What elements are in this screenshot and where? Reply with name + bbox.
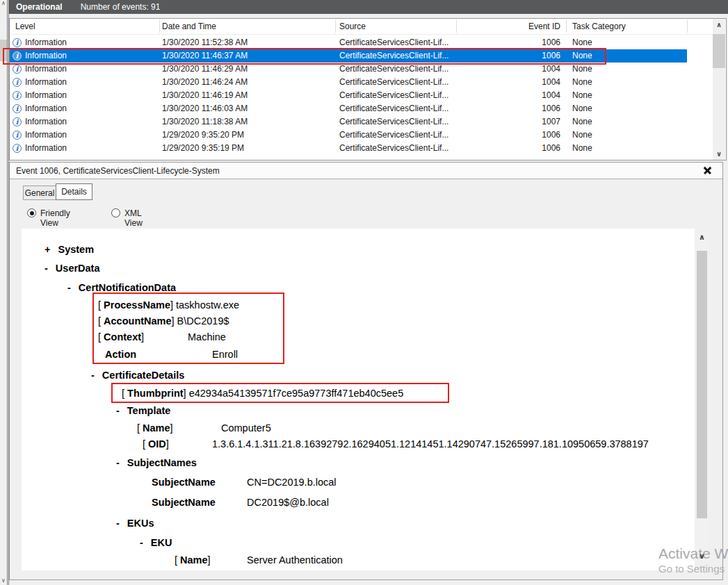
tab-details[interactable]: Details [56, 183, 92, 200]
source-cell: CertificateServicesClient-Lif... [335, 63, 456, 76]
tree-node-eku: -EKU [140, 537, 172, 548]
column-separator[interactable] [159, 20, 160, 33]
radio-xml-view[interactable] [111, 208, 120, 217]
event-viewer-window: ∧ ∨ Operational Number of events: 91 Lev… [0, 0, 728, 585]
tree-node-ekus: -EKUs [116, 518, 154, 529]
table-row-selected[interactable]: iInformation 1/30/2020 11:46:37 AM Certi… [10, 49, 687, 63]
event-id-cell: 1006 [456, 36, 566, 49]
scroll-down-icon[interactable]: ∨ [713, 150, 725, 158]
event-table: Level Date and Time Source Event ID Task… [9, 18, 727, 160]
left-scrollbar[interactable]: ∧ ∨ [0, 0, 7, 585]
tree-node-subjectnames: -SubjectNames [116, 457, 197, 468]
column-separator[interactable] [687, 20, 688, 33]
scroll-up-icon[interactable]: ∧ [696, 233, 708, 242]
tree-node-template: -Template [116, 405, 170, 416]
list-scrollbar[interactable]: ∧ ∨ [713, 19, 725, 160]
source-cell: CertificateServicesClient-Lif... [335, 115, 456, 129]
preview-pane: Event 1006, CertificateServicesClient-Li… [9, 162, 723, 580]
event-count: Number of events: 91 [81, 2, 161, 12]
preview-title-bar: Event 1006, CertificateServicesClient-Li… [10, 163, 722, 179]
table-row[interactable]: iInformation 1/29/2020 9:35:19 PM Certif… [10, 142, 687, 155]
log-header-bar: Operational Number of events: 91 [9, 0, 728, 14]
activation-watermark-line1: Activate Wi [658, 545, 728, 562]
table-row[interactable]: iInformation 1/30/2020 11:18:38 AM Certi… [10, 115, 687, 129]
scrollbar-thumb[interactable] [0, 40, 7, 61]
event-id-cell: 1007 [456, 115, 566, 129]
tree-field-template-name: [ Name]Computer5 [137, 422, 271, 434]
datetime-cell: 1/30/2020 11:18:38 AM [159, 115, 335, 129]
column-separator[interactable] [566, 20, 567, 33]
radio-friendly-view[interactable] [27, 208, 36, 217]
task-category-cell: None [566, 129, 687, 142]
expander-icon[interactable]: + [45, 244, 50, 255]
column-header-level[interactable]: Level [10, 19, 159, 34]
level-label: Information [25, 36, 67, 49]
datetime-cell: 1/30/2020 11:46:03 AM [159, 102, 335, 115]
table-row[interactable]: iInformation 1/29/2020 9:35:20 PM Certif… [10, 129, 687, 142]
radio-xml-view-label: XML View [124, 208, 143, 228]
tree-field-accountname: [ AccountName]B\DC2019$ [98, 315, 229, 327]
close-icon[interactable] [704, 167, 711, 174]
table-row[interactable]: iInformation 1/30/2020 11:52:38 AM Certi… [10, 36, 687, 49]
event-id-cell: 1006 [456, 102, 566, 115]
tab-general[interactable]: General [23, 186, 56, 200]
table-row[interactable]: iInformation 1/30/2020 11:46:03 AM Certi… [10, 102, 687, 115]
task-category-cell: None [566, 115, 687, 129]
column-header-source[interactable]: Source [335, 19, 456, 34]
table-row[interactable]: iInformation 1/30/2020 11:46:24 AM Certi… [10, 76, 687, 89]
expander-icon[interactable]: - [116, 518, 120, 529]
expander-icon[interactable]: - [140, 537, 143, 548]
expander-icon[interactable]: - [67, 282, 71, 293]
column-separator[interactable] [456, 20, 457, 33]
processname-value: taskhostw.exe [176, 299, 239, 311]
expander-icon[interactable]: - [91, 370, 95, 381]
source-cell: CertificateServicesClient-Lif... [335, 102, 456, 115]
tree-node-certnotificationdata: -CertNotificationData [67, 282, 176, 293]
scroll-down-icon[interactable]: ∨ [696, 552, 708, 561]
table-body: iInformation 1/30/2020 11:52:38 AM Certi… [10, 36, 687, 155]
tree-field-eku-name: [ Name]Server Authentication [175, 554, 343, 566]
details-scrollbar[interactable]: ∧ ∨ [696, 231, 708, 562]
table-row[interactable]: iInformation 1/30/2020 11:46:19 AM Certi… [10, 89, 687, 102]
task-category-cell: None [566, 102, 687, 115]
datetime-cell: 1/29/2020 9:35:20 PM [159, 129, 335, 142]
datetime-cell: 1/29/2020 9:35:19 PM [159, 142, 335, 155]
tree-field-subjectname-2: SubjectNameDC2019$@b.local [152, 497, 329, 508]
event-id-cell: 1006 [456, 129, 566, 142]
table-header: Level Date and Time Source Event ID Task… [10, 19, 726, 35]
column-header-task-category[interactable]: Task Category [566, 19, 687, 34]
column-separator[interactable] [335, 20, 336, 33]
info-icon: i [13, 104, 22, 113]
tree-node-certificatedetails: -CertificateDetails [91, 370, 184, 381]
subjectname-2-value: DC2019$@b.local [247, 497, 329, 508]
level-label: Information [25, 89, 67, 102]
tree-field-template-oid: [ OID]1.3.6.1.4.1.311.21.8.16392792.1629… [143, 438, 649, 450]
expander-icon[interactable]: - [45, 263, 48, 274]
table-row[interactable]: iInformation 1/30/2020 11:46:29 AM Certi… [10, 63, 687, 76]
datetime-cell: 1/30/2020 11:46:19 AM [159, 89, 335, 102]
level-label: Information [25, 49, 67, 63]
task-category-cell: None [566, 36, 687, 49]
datetime-cell: 1/30/2020 11:46:29 AM [159, 63, 335, 76]
tree-field-action: ActionEnroll [105, 349, 238, 360]
context-value: Machine [188, 331, 226, 343]
info-icon: i [13, 91, 22, 100]
column-header-event-id[interactable]: Event ID [456, 19, 566, 34]
scrollbar-thumb[interactable] [713, 34, 725, 68]
template-oid-value: 1.3.6.1.4.1.311.21.8.16392792.16294051.1… [212, 438, 649, 450]
log-name: Operational [16, 2, 63, 12]
datetime-cell: 1/30/2020 11:46:24 AM [159, 76, 335, 89]
scroll-up-icon[interactable]: ∧ [0, 1, 7, 6]
column-header-datetime[interactable]: Date and Time [159, 19, 335, 34]
scroll-down-icon[interactable]: ∨ [0, 578, 7, 584]
action-value: Enroll [212, 349, 238, 360]
source-cell: CertificateServicesClient-Lif... [335, 36, 456, 49]
source-cell: CertificateServicesClient-Lif... [335, 129, 456, 142]
scroll-up-icon[interactable]: ∧ [713, 21, 725, 28]
expander-icon[interactable]: - [116, 405, 120, 416]
scrollbar-thumb[interactable] [697, 251, 707, 518]
level-label: Information [25, 142, 67, 155]
tree-field-thumbprint: [ Thumbprint]e42934a54139571f7ce95a9773f… [122, 388, 403, 399]
eku-name-value: Server Authentication [247, 554, 343, 566]
expander-icon[interactable]: - [116, 457, 120, 468]
